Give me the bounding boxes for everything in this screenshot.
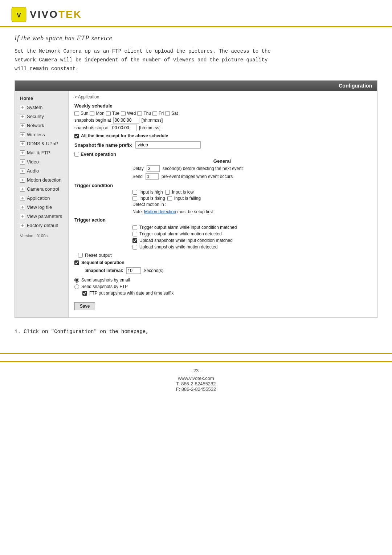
sidebar-item-wireless[interactable]: + Wireless — [15, 130, 68, 139]
event-operation-label: Event operation — [81, 151, 116, 157]
sidebar-item-mail-ftp[interactable]: + Mail & FTP — [15, 148, 68, 157]
expand-icon: + — [20, 187, 25, 192]
snapshots-begin-input[interactable] — [113, 117, 139, 123]
save-row: Save — [74, 299, 370, 310]
input-low-checkbox[interactable] — [165, 190, 170, 195]
sequential-checkbox[interactable] — [74, 260, 79, 265]
expand-icon: + — [20, 150, 25, 155]
input-high-label: Input is high — [139, 190, 163, 195]
sidebar-item-system[interactable]: + System — [15, 103, 68, 112]
motion-detection-link[interactable]: Motion detection — [144, 209, 176, 214]
expand-icon: + — [20, 105, 25, 110]
footer-phone: T: 886-2-82455282 — [0, 381, 392, 386]
sidebar-camera-label: Camera control — [27, 186, 59, 192]
wed-checkbox[interactable] — [121, 111, 126, 116]
input-rising-row: Input is rising Input is falling — [132, 196, 370, 201]
tue-checkbox[interactable] — [106, 111, 111, 116]
expand-icon: + — [20, 169, 25, 174]
snapshots-begin-row: snapshots begin at [hh:mm:ss] — [74, 117, 370, 123]
sidebar-item-view-parameters[interactable]: + View parameters — [15, 212, 68, 221]
action1-label: Trigger output alarm while input conditi… — [139, 225, 237, 230]
fri-checkbox[interactable] — [152, 111, 157, 116]
expand-icon: + — [20, 196, 25, 201]
sidebar-home-label: Home — [20, 96, 33, 101]
action2-checkbox[interactable] — [132, 232, 137, 236]
delay-label: Delay — [132, 166, 144, 171]
action3-checkbox[interactable] — [132, 238, 137, 243]
snapshots-stop-row: snapshots stop at [hh:mm:ss] — [74, 125, 370, 131]
sidebar-item-video[interactable]: + Video — [15, 157, 68, 166]
svg-text:V: V — [17, 12, 21, 19]
sidebar-mail-ftp-label: Mail & FTP — [27, 150, 50, 155]
sidebar-item-security[interactable]: + Security — [15, 112, 68, 121]
reset-output-checkbox[interactable] — [78, 253, 83, 258]
page-heading: If the web space has FTP service — [15, 35, 377, 42]
footer-fax: F: 886-2-82455532 — [0, 386, 392, 392]
logo: V VIVOTEK — [11, 7, 381, 23]
sidebar-item-camera-control[interactable]: + Camera control — [15, 185, 68, 194]
snapshot-interval-unit: Second(s) — [144, 268, 164, 273]
send-input[interactable] — [146, 173, 159, 180]
sidebar-item-home[interactable]: Home — [15, 94, 68, 103]
input-high-checkbox[interactable] — [132, 190, 137, 195]
config-header: Configuration — [15, 81, 377, 91]
sidebar-item-audio[interactable]: + Audio — [15, 166, 68, 175]
action4-row: Upload snapshots while motion detected — [132, 244, 370, 250]
page-footer: - 23 - www.vivotek.com T: 886-2-82455282… — [0, 361, 392, 398]
action2-row: Trigger output alarm while motion detect… — [132, 231, 370, 236]
input-falling-checkbox[interactable] — [167, 196, 172, 201]
page-header: V VIVOTEK — [0, 0, 392, 27]
sidebar-motion-label: Motion detection — [27, 177, 61, 183]
trigger-action-title: Trigger action — [74, 217, 370, 223]
send-email-label: Send snapshots by email — [81, 278, 130, 283]
action3-label: Upload snapshots while input condition m… — [139, 238, 233, 243]
delay-input[interactable] — [147, 165, 160, 172]
sidebar-factory-label: Factory default — [27, 223, 58, 228]
sidebar-item-ddns[interactable]: + DDNS & UPnP — [15, 139, 68, 148]
reset-output-label: Reset output — [85, 252, 112, 258]
expand-icon: + — [20, 178, 25, 183]
action3-row: Upload snapshots while input condition m… — [132, 238, 370, 243]
sidebar-item-factory-default[interactable]: + Factory default — [15, 221, 68, 230]
send-ftp-label: Send snapshots by FTP — [81, 284, 128, 289]
send-email-radio[interactable] — [74, 278, 79, 283]
sidebar-view-log-label: View log file — [27, 204, 52, 210]
send-row: Send pre-event images when event occurs — [132, 173, 370, 180]
mon-checkbox[interactable] — [90, 111, 94, 116]
sidebar-item-view-log[interactable]: + View log file — [15, 203, 68, 212]
sidebar-item-motion-detection[interactable]: + Motion detection — [15, 175, 68, 185]
save-button[interactable]: Save — [74, 302, 95, 310]
sidebar-application-label: Application — [27, 195, 50, 201]
page-content: If the web space has FTP service Set the… — [0, 27, 392, 353]
sidebar-audio-label: Audio — [27, 168, 39, 174]
input-rising-checkbox[interactable] — [132, 196, 137, 201]
sidebar-item-application[interactable]: + Application — [15, 194, 68, 203]
sidebar-item-network[interactable]: + Network — [15, 121, 68, 130]
expand-icon: + — [20, 223, 25, 228]
event-operation-checkbox[interactable] — [74, 152, 79, 157]
config-main: > Application Weekly schedule Sun Mon Tu… — [69, 91, 377, 317]
snapshots-stop-input[interactable] — [111, 125, 137, 131]
snapshot-prefix-input[interactable] — [135, 141, 201, 149]
expand-icon: + — [20, 141, 25, 146]
sidebar-ddns-label: DDNS & UPnP — [27, 141, 58, 146]
snapshots-stop-label: snapshots stop at — [74, 125, 109, 130]
snapshot-interval-input[interactable] — [126, 267, 141, 274]
ftp-date-suffix-checkbox[interactable] — [82, 291, 87, 296]
trigger-condition-section: Trigger condition Input is high Input is… — [74, 183, 370, 214]
thu-checkbox[interactable] — [137, 111, 142, 116]
reset-output-row: Reset output — [78, 252, 370, 258]
sat-checkbox[interactable] — [165, 111, 170, 116]
all-time-checkbox[interactable] — [74, 134, 79, 138]
send-ftp-radio[interactable] — [74, 284, 79, 289]
sun-checkbox[interactable] — [74, 111, 79, 116]
action1-checkbox[interactable] — [132, 225, 137, 230]
config-panel: Configuration Home + System + Security +… — [15, 80, 377, 318]
detect-motion-row: Detect motion in : — [132, 202, 370, 207]
general-label: General — [74, 158, 370, 164]
expand-icon: + — [20, 214, 25, 219]
action2-label: Trigger output alarm while motion detect… — [139, 231, 222, 236]
sidebar-network-label: Network — [27, 123, 44, 128]
sun-label: Sun — [81, 111, 88, 116]
action4-checkbox[interactable] — [132, 245, 137, 250]
